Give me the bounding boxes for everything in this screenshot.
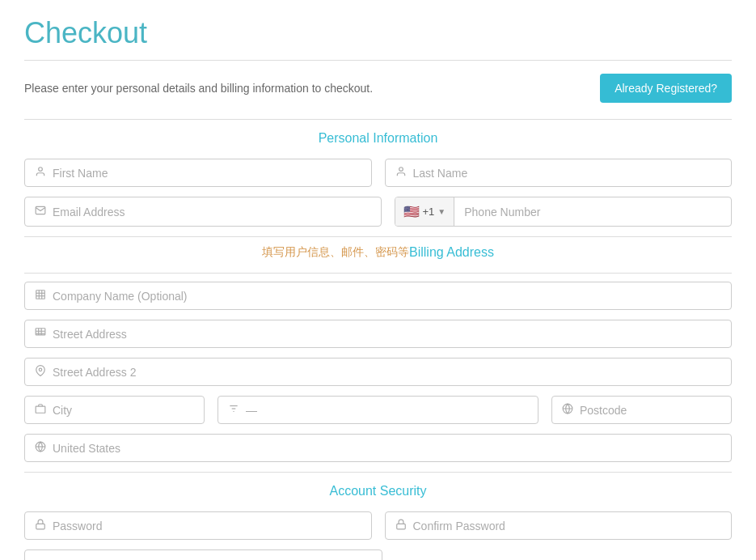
street-address2-input[interactable] xyxy=(53,366,721,379)
password-row xyxy=(24,511,732,540)
page-title: Checkout xyxy=(24,16,732,50)
intro-text: Please enter your personal details and b… xyxy=(24,82,373,95)
watermark-text: 填写用户信息、邮件、密码等 xyxy=(262,245,409,260)
person-icon-2 xyxy=(395,166,407,180)
svg-point-12 xyxy=(39,368,42,371)
building-icon xyxy=(35,289,46,303)
personal-info-title: Personal Information xyxy=(24,131,732,146)
company-name-field xyxy=(24,282,732,310)
street2-row xyxy=(24,358,732,386)
street-address2-field xyxy=(24,358,732,386)
envelope-icon xyxy=(35,205,46,218)
city-icon xyxy=(35,403,46,417)
city-state-zip-row xyxy=(24,396,732,424)
phone-prefix-selector[interactable]: 🇺🇸 +1 ▼ xyxy=(395,197,455,226)
city-field xyxy=(24,396,205,424)
city-input[interactable] xyxy=(53,404,194,417)
country-code: +1 xyxy=(423,206,435,218)
password-strength-row: Password Strength: Enter a Password xyxy=(24,549,732,560)
svg-point-1 xyxy=(399,168,403,172)
company-row xyxy=(24,282,732,310)
street-address-field xyxy=(24,320,732,348)
confirm-password-input[interactable] xyxy=(413,520,722,532)
street-icon xyxy=(35,327,46,341)
phone-field: 🇺🇸 +1 ▼ xyxy=(395,197,733,227)
intro-row: Please enter your personal details and b… xyxy=(24,74,732,103)
last-name-input[interactable] xyxy=(413,167,722,180)
account-security-title: Account Security xyxy=(24,484,732,498)
account-security-divider-top xyxy=(24,472,732,473)
postcode-input[interactable] xyxy=(580,404,721,417)
phone-input[interactable] xyxy=(454,199,731,225)
name-row xyxy=(24,159,732,187)
already-registered-button[interactable]: Already Registered? xyxy=(600,74,732,103)
dropdown-caret-icon: ▼ xyxy=(437,207,446,216)
country-input[interactable] xyxy=(53,442,721,455)
svg-rect-13 xyxy=(36,406,45,413)
billing-address-title: Billing Address xyxy=(409,245,494,260)
svg-rect-21 xyxy=(396,524,405,528)
billing-header: 填写用户信息、邮件、密码等 Billing Address xyxy=(24,245,732,260)
country-row xyxy=(24,434,732,462)
email-phone-row: 🇺🇸 +1 ▼ xyxy=(24,197,732,227)
lock-icon xyxy=(35,519,46,532)
postcode-field xyxy=(551,396,732,424)
filter-icon xyxy=(228,403,239,417)
company-name-input[interactable] xyxy=(53,290,721,303)
email-input[interactable] xyxy=(53,206,371,218)
password-input[interactable] xyxy=(53,520,361,532)
postcode-icon xyxy=(562,403,573,417)
globe-icon xyxy=(35,441,46,455)
top-divider xyxy=(24,60,732,61)
password-strength-bar xyxy=(24,549,382,560)
svg-rect-20 xyxy=(36,524,45,528)
billing-divider-top xyxy=(24,236,732,237)
billing-divider-bottom xyxy=(24,273,732,274)
last-name-field xyxy=(385,159,733,187)
country-field xyxy=(24,434,732,462)
first-name-input[interactable] xyxy=(53,167,361,180)
street-address-input[interactable] xyxy=(53,328,721,341)
lock-icon-2 xyxy=(395,519,407,532)
flag-icon: 🇺🇸 xyxy=(403,204,420,219)
location-icon xyxy=(35,365,46,379)
first-name-field xyxy=(24,159,372,187)
person-icon xyxy=(35,166,46,180)
state-input[interactable] xyxy=(246,404,528,417)
state-field xyxy=(218,396,538,424)
personal-info-divider-top xyxy=(24,119,732,120)
svg-point-0 xyxy=(39,168,43,172)
confirm-password-field xyxy=(385,511,733,540)
email-field xyxy=(24,197,382,227)
svg-rect-2 xyxy=(36,291,45,299)
street1-row xyxy=(24,320,732,348)
password-field xyxy=(24,511,372,540)
